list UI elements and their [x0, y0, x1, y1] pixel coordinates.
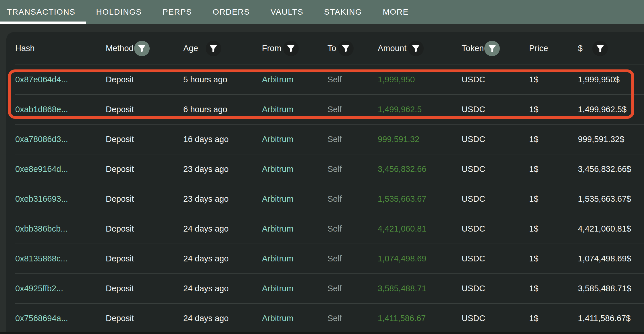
- filter-icon-token[interactable]: [484, 41, 500, 56]
- price-cell: 1$: [529, 135, 538, 144]
- tx-hash-link[interactable]: 0x7568694a...: [15, 314, 68, 323]
- filter-icon-from[interactable]: [283, 41, 299, 56]
- col-header-hash: Hash: [15, 44, 106, 53]
- to-link[interactable]: Self: [327, 164, 342, 174]
- tx-hash-link[interactable]: 0xbb386bcb...: [15, 224, 68, 233]
- table-body: 0x87e064d4...Deposit5 hours agoArbitrumS…: [15, 65, 644, 332]
- age-cell: 23 days ago: [183, 164, 229, 174]
- method-cell: Deposit: [106, 105, 134, 114]
- filter-icon-to[interactable]: [338, 41, 354, 56]
- tx-hash-link[interactable]: 0x87e064d4...: [15, 75, 68, 84]
- to-link[interactable]: Self: [327, 135, 342, 144]
- price-cell: 1$: [529, 164, 538, 174]
- tx-hash-link[interactable]: 0xa78086d3...: [15, 135, 68, 144]
- token-cell: USDC: [462, 284, 485, 293]
- age-cell: 24 days ago: [183, 284, 229, 293]
- from-chain-link[interactable]: Arbitrum: [262, 135, 294, 144]
- token-cell: USDC: [462, 105, 485, 114]
- tab-staking[interactable]: STAKING: [314, 0, 372, 24]
- transactions-panel: HashMethodAgeFromToAmountTokenPrice$ 0x8…: [6, 32, 644, 332]
- price-cell: 1$: [529, 105, 538, 114]
- to-link[interactable]: Self: [327, 284, 342, 293]
- filter-icon-age[interactable]: [206, 41, 221, 56]
- token-cell: USDC: [462, 254, 485, 263]
- age-cell: 23 days ago: [183, 194, 229, 203]
- filter-icon-usd[interactable]: [592, 41, 608, 56]
- method-cell: Deposit: [106, 75, 134, 84]
- usd-value-cell: 1,074,498.69$: [578, 254, 631, 263]
- filter-icon-amount[interactable]: [408, 41, 424, 56]
- to-link[interactable]: Self: [327, 254, 342, 263]
- portfolio-tabs: TRANSACTIONSHOLDINGSPERPSORDERSVAULTSSTA…: [0, 0, 644, 24]
- col-header-age: Age: [183, 41, 262, 56]
- bottom-edge: [0, 332, 644, 334]
- table-row: 0xa78086d3...Deposit16 days agoArbitrumS…: [15, 124, 644, 154]
- method-cell: Deposit: [106, 164, 134, 174]
- filter-icon-method[interactable]: [134, 41, 150, 56]
- from-chain-link[interactable]: Arbitrum: [262, 314, 294, 323]
- tab-transactions[interactable]: TRANSACTIONS: [0, 0, 86, 24]
- from-chain-link[interactable]: Arbitrum: [262, 224, 294, 233]
- col-header-amount: Amount: [378, 41, 462, 56]
- token-cell: USDC: [462, 164, 485, 174]
- token-cell: USDC: [462, 75, 485, 84]
- table-row: 0x8135868c...Deposit24 days agoArbitrumS…: [15, 244, 644, 273]
- amount-cell: 1,411,586.67: [378, 314, 426, 323]
- usd-value-cell: 1,535,663.67$: [578, 194, 631, 203]
- tx-hash-link[interactable]: 0xeb316693...: [15, 194, 68, 203]
- usd-value-cell: 3,585,488.71$: [578, 284, 631, 293]
- token-cell: USDC: [462, 224, 485, 233]
- from-chain-link[interactable]: Arbitrum: [262, 164, 294, 174]
- from-chain-link[interactable]: Arbitrum: [262, 284, 294, 293]
- table-row: 0xeb316693...Deposit23 days agoArbitrumS…: [15, 184, 644, 214]
- token-cell: USDC: [462, 314, 485, 323]
- tab-vaults[interactable]: VAULTS: [260, 0, 314, 24]
- table-row: 0x87e064d4...Deposit5 hours agoArbitrumS…: [15, 65, 644, 94]
- table-row: 0x4925ffb2...Deposit24 days agoArbitrumS…: [15, 273, 644, 303]
- tab-perps[interactable]: PERPS: [152, 0, 203, 24]
- age-cell: 5 hours ago: [183, 75, 227, 84]
- col-header-usd: $: [578, 41, 644, 56]
- method-cell: Deposit: [106, 314, 134, 323]
- tx-hash-link[interactable]: 0x8135868c...: [15, 254, 68, 263]
- from-chain-link[interactable]: Arbitrum: [262, 75, 294, 84]
- price-cell: 1$: [529, 75, 538, 84]
- from-chain-link[interactable]: Arbitrum: [262, 105, 294, 114]
- to-link[interactable]: Self: [327, 75, 342, 84]
- method-cell: Deposit: [106, 254, 134, 263]
- amount-cell: 3,456,832.66: [378, 164, 426, 174]
- usd-value-cell: 1,999,950$: [578, 75, 620, 84]
- to-link[interactable]: Self: [327, 105, 342, 114]
- col-header-label: Method: [106, 44, 134, 53]
- usd-value-cell: 1,411,586.67$: [578, 314, 630, 323]
- usd-value-cell: 4,421,060.81$: [578, 224, 631, 233]
- price-cell: 1$: [529, 224, 538, 233]
- from-chain-link[interactable]: Arbitrum: [262, 194, 294, 203]
- table-row: 0xab1d868e...Deposit6 hours agoArbitrumS…: [15, 94, 644, 124]
- col-header-label: Token: [462, 44, 484, 53]
- col-header-label: $: [578, 44, 583, 53]
- price-cell: 1$: [529, 254, 538, 263]
- to-link[interactable]: Self: [327, 224, 342, 233]
- tab-holdings[interactable]: HOLDINGS: [86, 0, 152, 24]
- method-cell: Deposit: [106, 194, 134, 203]
- tab-more[interactable]: MORE: [372, 0, 419, 24]
- to-link[interactable]: Self: [327, 314, 342, 323]
- usd-value-cell: 999,591.32$: [578, 135, 624, 144]
- to-link[interactable]: Self: [327, 194, 342, 203]
- price-cell: 1$: [529, 284, 538, 293]
- tab-orders[interactable]: ORDERS: [203, 0, 260, 24]
- tx-hash-link[interactable]: 0xab1d868e...: [15, 105, 68, 114]
- tx-hash-link[interactable]: 0x4925ffb2...: [15, 284, 63, 293]
- usd-value-cell: 3,456,832.66$: [578, 164, 631, 174]
- price-cell: 1$: [529, 194, 538, 203]
- col-header-price: Price: [529, 44, 578, 53]
- col-header-to: To: [327, 41, 378, 56]
- from-chain-link[interactable]: Arbitrum: [262, 254, 294, 263]
- tx-hash-link[interactable]: 0xe8e9164d...: [15, 164, 68, 174]
- token-cell: USDC: [462, 135, 485, 144]
- age-cell: 24 days ago: [183, 314, 229, 323]
- col-header-method: Method: [106, 41, 183, 56]
- col-header-label: Amount: [378, 44, 406, 53]
- price-cell: 1$: [529, 314, 538, 323]
